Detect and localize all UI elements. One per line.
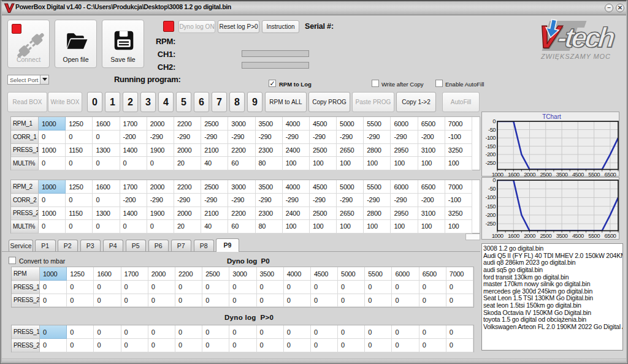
svg-text:0: 0 (492, 178, 496, 183)
svg-text:ZWIĘKSZAMY MOC: ZWIĘKSZAMY MOC (540, 53, 611, 60)
svg-text:-100: -100 (485, 194, 496, 200)
svg-text:-200: -200 (485, 211, 496, 218)
svg-text:2500: 2500 (540, 171, 551, 177)
svg-text:6500: 6500 (605, 232, 616, 239)
svg-text:2000: 2000 (524, 232, 535, 239)
svg-text:1600: 1600 (508, 171, 519, 177)
svg-text:4500: 4500 (572, 232, 584, 239)
svg-text:-150: -150 (485, 143, 496, 150)
svg-text:3500: 3500 (556, 232, 568, 239)
svg-text:-250: -250 (485, 159, 496, 166)
svg-text:-250: -250 (485, 220, 496, 227)
svg-text:-200: -200 (485, 151, 496, 157)
svg-text:-50: -50 (488, 185, 496, 192)
svg-text:4500: 4500 (572, 171, 584, 177)
svg-text:2500: 2500 (540, 232, 551, 239)
svg-text:5500: 5500 (588, 232, 600, 239)
svg-text:-100: -100 (485, 134, 496, 141)
svg-text:3500: 3500 (556, 171, 568, 177)
svg-text:5500: 5500 (588, 171, 600, 177)
svg-text:1000: 1000 (492, 171, 504, 177)
svg-text:-tech: -tech (556, 21, 616, 53)
svg-text:-150: -150 (485, 203, 496, 210)
svg-text:1000: 1000 (492, 232, 504, 239)
svg-text:TChart: TChart (542, 113, 561, 120)
svg-text:0: 0 (492, 118, 496, 124)
svg-text:2000: 2000 (524, 171, 535, 177)
svg-text:6500: 6500 (605, 171, 616, 177)
svg-text:1600: 1600 (508, 232, 519, 239)
svg-text:-50: -50 (488, 126, 496, 133)
